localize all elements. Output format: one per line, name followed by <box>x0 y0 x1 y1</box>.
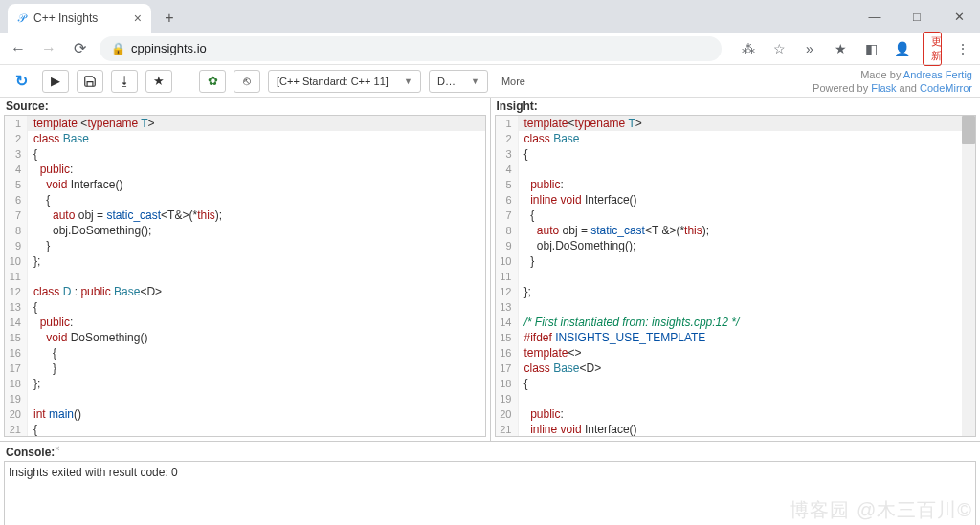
nav-reload-icon[interactable]: ⟳ <box>69 39 90 57</box>
code-line[interactable]: 12}; <box>496 284 976 299</box>
code-line[interactable]: 21{ <box>5 422 485 437</box>
source-editor[interactable]: 1template <typename T>2class Base3{4 pub… <box>4 115 486 437</box>
mode-select-label: D… <box>437 76 456 87</box>
line-number: 5 <box>496 177 519 192</box>
tab-close-icon[interactable]: × <box>134 11 142 26</box>
console-output[interactable]: Insights exited with result code: 0 <box>4 461 976 525</box>
caret-down-icon: ▼ <box>389 77 412 86</box>
download-button[interactable]: ⭳ <box>111 70 138 93</box>
share-icon[interactable]: ☆ <box>769 41 789 56</box>
panel-icon[interactable]: ◧ <box>861 41 880 56</box>
code-line[interactable]: 14 public: <box>5 315 485 330</box>
nav-back-icon[interactable]: ← <box>8 40 29 57</box>
caret-down-icon: ▼ <box>456 77 479 86</box>
code-line[interactable]: 8 obj.DoSomething(); <box>5 223 485 238</box>
code-line[interactable]: 20int main() <box>5 406 485 422</box>
code-line[interactable]: 11 <box>5 269 485 284</box>
code-line[interactable]: 16 { <box>5 345 485 361</box>
translate-icon[interactable]: ⁂ <box>739 41 758 56</box>
code-line[interactable]: 4 <box>496 162 976 177</box>
extensions-icon[interactable]: ★ <box>831 41 850 56</box>
code-line[interactable]: 15#ifdef INSIGHTS_USE_TEMPLATE <box>496 330 976 345</box>
code-line[interactable]: 10 } <box>496 253 976 269</box>
more-link[interactable]: More <box>496 76 531 87</box>
browser-tab[interactable]: 𝒫 C++ Insights × <box>8 4 151 33</box>
menu-icon[interactable]: ⋮ <box>953 41 972 56</box>
code-line[interactable]: 13{ <box>5 299 485 315</box>
code-line[interactable]: 10}; <box>5 253 485 269</box>
code-line[interactable]: 19 <box>496 391 976 406</box>
code-line[interactable]: 3{ <box>5 146 485 162</box>
code-line[interactable]: 8 auto obj = static_cast<T &>(*this); <box>496 223 976 238</box>
code-line[interactable]: 18{ <box>496 376 976 391</box>
profile-icon[interactable]: 👤 <box>892 41 911 56</box>
run-button[interactable]: ▶ <box>42 70 69 93</box>
line-content <box>28 269 33 284</box>
line-content: class Base <box>519 131 580 146</box>
standard-select-label: [C++ Standard: C++ 11] <box>277 76 389 87</box>
bookmark-button[interactable]: ★ <box>145 70 172 93</box>
window-close[interactable]: ✕ <box>938 0 980 33</box>
line-number: 2 <box>496 131 519 146</box>
code-line[interactable]: 12class D : public Base<D> <box>5 284 485 299</box>
code-line[interactable]: 19 <box>5 391 485 406</box>
code-line[interactable]: 6 { <box>5 192 485 208</box>
update-button[interactable]: 更新 <box>923 32 942 66</box>
code-line[interactable]: 9 } <box>5 238 485 253</box>
mode-select[interactable]: D… ▼ <box>429 70 488 93</box>
code-line[interactable]: 3{ <box>496 146 976 162</box>
standard-select[interactable]: [C++ Standard: C++ 11] ▼ <box>268 70 421 93</box>
window-minimize[interactable]: — <box>854 0 896 33</box>
url-box[interactable]: 🔒 cppinsights.io <box>100 36 722 61</box>
code-line[interactable]: 13 <box>496 299 976 315</box>
flask-link[interactable]: Flask <box>871 82 896 94</box>
author-link[interactable]: Andreas Fertig <box>903 69 972 80</box>
line-content: void Interface() <box>28 177 122 192</box>
code-line[interactable]: 5 void Interface() <box>5 177 485 192</box>
line-number: 7 <box>5 208 28 223</box>
wand-button[interactable]: ⎋ <box>234 70 260 93</box>
scrollbar-track[interactable] <box>962 116 975 436</box>
code-line[interactable]: 11 <box>496 269 976 284</box>
line-number: 21 <box>496 422 519 437</box>
code-line[interactable]: 9 obj.DoSomething(); <box>496 238 976 253</box>
new-tab-button[interactable]: + <box>157 6 182 31</box>
settings-button[interactable]: ✿ <box>199 70 226 93</box>
code-line[interactable]: 7 auto obj = static_cast<T&>(*this); <box>5 208 485 223</box>
line-number: 4 <box>5 162 28 177</box>
window-maximize[interactable]: □ <box>896 0 938 33</box>
code-line[interactable]: 16template<> <box>496 345 976 361</box>
code-line[interactable]: 1template<typename T> <box>496 116 976 131</box>
line-content <box>519 162 524 177</box>
save-button[interactable] <box>77 70 103 93</box>
line-content: }; <box>519 284 531 299</box>
app-logo[interactable]: ↻ <box>8 70 34 93</box>
code-line[interactable]: 18}; <box>5 376 485 391</box>
lock-icon: 🔒 <box>111 42 125 55</box>
code-line[interactable]: 21 inline void Interface() <box>496 422 976 437</box>
line-content: inline void Interface() <box>519 422 637 437</box>
line-content: { <box>28 299 37 315</box>
code-line[interactable]: 7 { <box>496 208 976 223</box>
console-label: Console:× <box>0 442 980 461</box>
code-line[interactable]: 17class Base<D> <box>496 361 976 376</box>
code-line[interactable]: 4 public: <box>5 162 485 177</box>
window-controls: — □ ✕ <box>854 0 980 33</box>
code-line[interactable]: 2class Base <box>496 131 976 146</box>
code-line[interactable]: 6 inline void Interface() <box>496 192 976 208</box>
more-ext-icon[interactable]: » <box>800 41 819 56</box>
code-line[interactable]: 15 void DoSomething() <box>5 330 485 345</box>
line-content: #ifdef INSIGHTS_USE_TEMPLATE <box>519 330 706 345</box>
line-number: 1 <box>5 116 28 131</box>
insight-editor[interactable]: 1template<typename T>2class Base3{45 pub… <box>495 115 977 437</box>
code-line[interactable]: 1template <typename T> <box>5 116 485 131</box>
code-line[interactable]: 5 public: <box>496 177 976 192</box>
code-line[interactable]: 2class Base <box>5 131 485 146</box>
codemirror-link[interactable]: CodeMirror <box>920 82 972 94</box>
line-content: void DoSomething() <box>28 330 147 345</box>
code-line[interactable]: 20 public: <box>496 406 976 422</box>
scrollbar-thumb[interactable] <box>962 116 975 144</box>
code-line[interactable]: 17 } <box>5 361 485 376</box>
line-content: template<typename T> <box>519 116 642 131</box>
code-line[interactable]: 14/* First instantiated from: insights.c… <box>496 315 976 330</box>
